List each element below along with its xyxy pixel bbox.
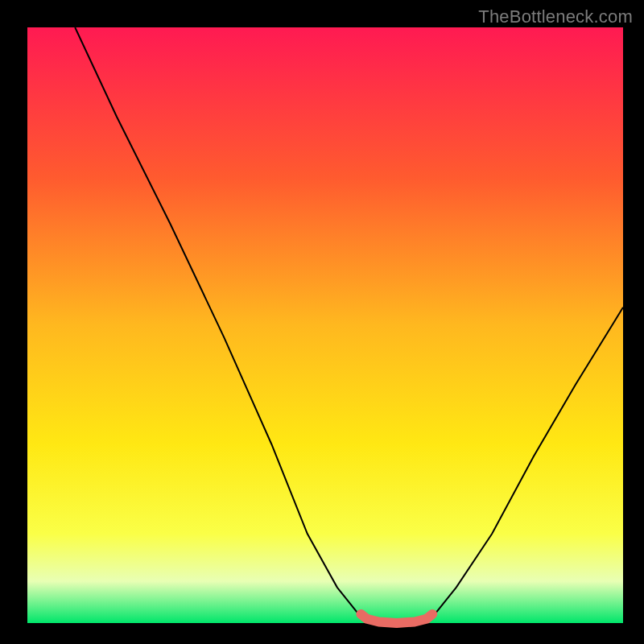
chart-frame: TheBottleneck.com bbox=[0, 0, 644, 644]
bottleneck-chart bbox=[0, 0, 644, 644]
watermark-text: TheBottleneck.com bbox=[478, 6, 633, 27]
